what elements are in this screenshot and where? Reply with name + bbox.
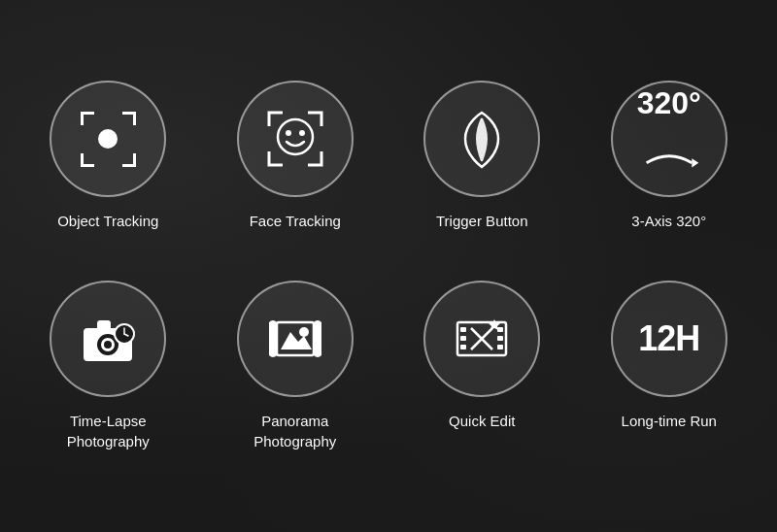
rotation-arc-icon <box>635 123 703 191</box>
feature-icon-circle <box>237 81 354 197</box>
feature-label: Long-time Run <box>622 411 717 431</box>
svg-point-2 <box>299 130 305 136</box>
svg-rect-8 <box>97 320 111 330</box>
feature-label: Panorama Photography <box>253 411 336 451</box>
object-tracking-icon <box>77 108 140 171</box>
3axis-icon: 320° <box>635 86 703 190</box>
feature-trigger-button: Trigger Button <box>393 81 571 251</box>
svg-rect-17 <box>460 345 466 349</box>
feature-longtime-run: 12H Long-time Run <box>581 281 759 451</box>
svg-rect-20 <box>497 345 503 349</box>
svg-point-13 <box>299 327 309 337</box>
feature-label: Face Tracking <box>250 211 341 231</box>
svg-point-0 <box>278 119 313 154</box>
feature-quick-edit: Quick Edit <box>393 281 571 451</box>
feature-panorama: Panorama Photography <box>207 281 385 451</box>
feature-face-tracking: Face Tracking <box>207 81 385 251</box>
quick-edit-icon <box>448 305 516 373</box>
feature-label: Trigger Button <box>436 211 528 231</box>
feature-icon-circle <box>423 281 540 397</box>
trigger-button-icon <box>448 105 516 173</box>
feature-label: Time-Lapse Photography <box>67 411 150 451</box>
panorama-icon <box>261 305 329 373</box>
svg-rect-19 <box>497 336 503 341</box>
feature-timelapse: Time-Lapse Photography <box>19 281 197 451</box>
feature-icon-circle <box>50 81 166 197</box>
face-tracking-icon <box>261 105 329 173</box>
feature-icon-circle <box>50 281 166 397</box>
feature-3axis: 320° 3-Axis 320° <box>581 81 759 251</box>
svg-rect-15 <box>460 327 466 332</box>
svg-marker-3 <box>692 158 698 167</box>
feature-label: 3-Axis 320° <box>631 211 706 231</box>
svg-rect-18 <box>497 327 503 332</box>
longtime-run-icon: 12H <box>638 319 699 358</box>
feature-object-tracking: Object Tracking <box>19 81 197 251</box>
feature-label: Object Tracking <box>57 211 158 231</box>
feature-icon-circle <box>423 81 540 197</box>
feature-icon-circle <box>237 281 354 397</box>
feature-icon-circle: 12H <box>611 281 727 397</box>
svg-point-1 <box>286 130 291 136</box>
svg-point-7 <box>104 341 112 349</box>
feature-label: Quick Edit <box>449 411 515 431</box>
features-grid: Object Tracking Face Tracking <box>10 61 767 471</box>
svg-rect-16 <box>460 336 466 341</box>
timelapse-icon <box>74 305 142 373</box>
feature-icon-circle: 320° <box>611 81 727 197</box>
